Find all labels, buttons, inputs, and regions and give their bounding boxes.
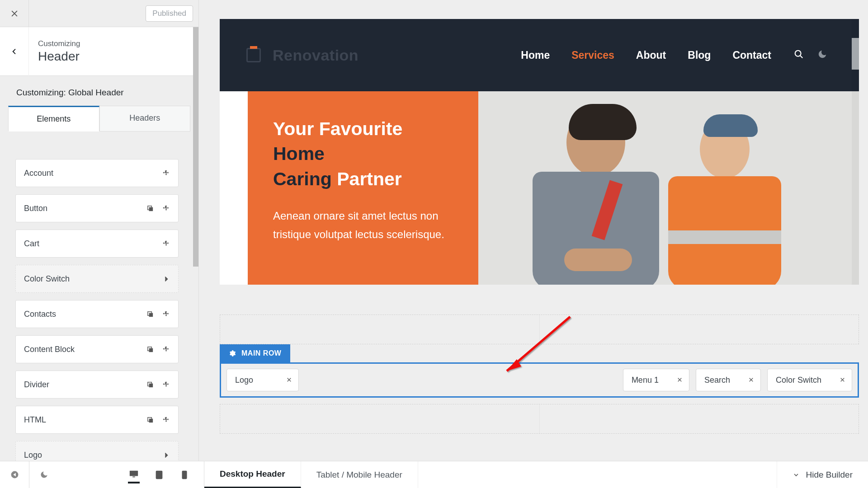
element-label: HTML (24, 415, 46, 425)
svg-rect-5 (149, 348, 153, 352)
element-item-html[interactable]: HTML (15, 406, 179, 434)
nav-about[interactable]: About (636, 49, 666, 61)
svg-rect-16 (132, 476, 135, 477)
gear-icon (229, 350, 236, 357)
sidebar-tabs: Elements Headers (0, 106, 198, 131)
tab-desktop-header[interactable]: Desktop Header (204, 461, 301, 488)
nav-home[interactable]: Home (521, 49, 550, 61)
main-row-label-text: MAIN ROW (241, 349, 281, 357)
device-mobile-button[interactable] (179, 466, 190, 483)
element-actions (162, 275, 170, 283)
hero-person-2 (668, 106, 781, 285)
chip-logo[interactable]: Logo (226, 369, 299, 391)
hero-person-1 (533, 104, 659, 285)
site-logo[interactable]: Renovation (245, 46, 359, 64)
element-item-color-switch[interactable]: Color Switch (15, 265, 179, 293)
section-header: Customizing Header (0, 27, 198, 76)
tab-elements[interactable]: Elements (8, 106, 99, 131)
builder-bottom-row-dropzone[interactable] (220, 404, 859, 434)
element-actions (146, 416, 170, 424)
moon-icon (40, 470, 48, 479)
bottom-bar: Desktop Header Tablet / Mobile Header Hi… (0, 461, 868, 488)
element-item-divider[interactable]: Divider (15, 371, 179, 399)
elements-list: AccountButtonCartColor SwitchContactsCon… (0, 146, 194, 461)
desktop-icon (129, 469, 139, 479)
dark-mode-icon[interactable] (817, 49, 827, 61)
bottom-bar-left (0, 461, 204, 488)
tablet-icon (154, 470, 164, 480)
element-actions (146, 381, 170, 389)
tab-tablet-mobile-header[interactable]: Tablet / Mobile Header (301, 461, 418, 488)
chip-search-label: Search (704, 375, 730, 385)
hero-section: Your Favourite Home Caring Partner Aenea… (220, 91, 859, 285)
dark-mode-toggle[interactable] (29, 461, 59, 488)
hide-builder-button[interactable]: Hide Builder (777, 461, 868, 488)
section-title: Header (38, 49, 80, 64)
device-preview-switcher (128, 466, 204, 483)
element-actions (146, 310, 170, 318)
element-actions (162, 169, 170, 177)
logo-mark-icon (245, 46, 263, 64)
nav-contact[interactable]: Contact (732, 49, 771, 61)
svg-point-10 (795, 51, 801, 56)
search-icon[interactable] (794, 49, 804, 61)
nav-services[interactable]: Services (571, 49, 614, 61)
chip-menu-1[interactable]: Menu 1 (623, 369, 689, 391)
device-desktop-button[interactable] (128, 466, 140, 483)
element-actions (162, 451, 170, 459)
element-item-account[interactable]: Account (15, 159, 179, 187)
preview-scrollbar[interactable] (852, 38, 859, 70)
element-label: Content Block (24, 345, 75, 354)
chip-menu-1-remove[interactable] (677, 375, 683, 385)
svg-rect-3 (149, 313, 153, 317)
element-item-content-block[interactable]: Content Block (15, 335, 179, 363)
sidebar-topbar: Published (0, 0, 198, 27)
svg-rect-9 (149, 418, 153, 422)
builder-main-row[interactable]: Logo Menu 1 Search Color Switch (220, 362, 859, 398)
device-tablet-button[interactable] (153, 466, 165, 483)
svg-point-20 (184, 477, 184, 478)
back-button[interactable] (0, 27, 29, 76)
chip-search[interactable]: Search (696, 369, 761, 391)
sidebar-scrollbar[interactable] (193, 27, 198, 267)
chip-logo-remove[interactable] (286, 375, 292, 385)
element-item-logo[interactable]: Logo (15, 441, 179, 461)
site-header: Renovation Home Services About Blog Cont… (220, 19, 859, 91)
main-row-settings-button[interactable]: MAIN ROW (220, 344, 290, 362)
element-item-contacts[interactable]: Contacts (15, 300, 179, 328)
element-label: Logo (24, 450, 42, 460)
chip-color-switch[interactable]: Color Switch (767, 369, 852, 391)
element-label: Cart (24, 239, 39, 249)
element-item-button[interactable]: Button (15, 194, 179, 222)
nav-blog[interactable]: Blog (688, 49, 711, 61)
hero-text-panel: Your Favourite Home Caring Partner Aenea… (248, 91, 478, 285)
element-label: Contacts (24, 310, 56, 319)
collapse-sidebar-button[interactable] (0, 461, 29, 488)
svg-rect-15 (130, 470, 138, 476)
builder-top-row-dropzone[interactable] (220, 314, 859, 344)
hero-title-part4: Partner (337, 169, 402, 189)
element-actions (162, 240, 170, 248)
builder-device-tabs: Desktop Header Tablet / Mobile Header (204, 461, 418, 488)
chevron-down-icon (793, 471, 800, 479)
chip-search-remove[interactable] (748, 375, 754, 385)
tab-headers[interactable]: Headers (99, 106, 191, 131)
section-eyebrow: Customizing (38, 39, 80, 48)
svg-rect-1 (149, 207, 153, 211)
hero-description: Aenean ornare sit amet lectus non tristi… (273, 207, 457, 244)
mobile-icon (179, 470, 189, 480)
close-icon (10, 9, 19, 18)
chip-color-switch-remove[interactable] (840, 375, 845, 385)
chevron-left-icon (11, 48, 18, 55)
chip-logo-label: Logo (235, 375, 253, 385)
published-status-button[interactable]: Published (146, 5, 193, 22)
hero-image (478, 91, 859, 285)
site-preview-frame: Renovation Home Services About Blog Cont… (220, 19, 859, 285)
hero-title-part1: Your Favourite (273, 118, 402, 139)
element-label: Account (24, 169, 53, 178)
element-item-cart[interactable]: Cart (15, 230, 179, 258)
element-label: Color Switch (24, 274, 70, 284)
element-label: Divider (24, 380, 49, 389)
element-actions (146, 346, 170, 353)
close-customizer-button[interactable] (0, 0, 29, 27)
